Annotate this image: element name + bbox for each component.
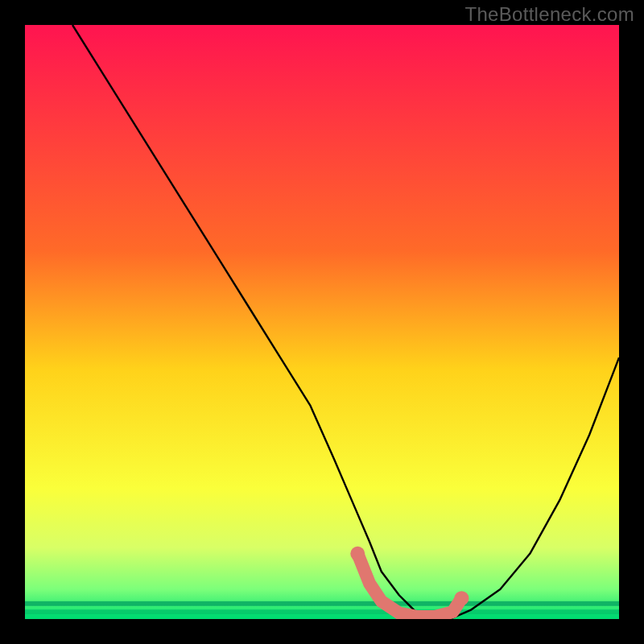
- chart-frame: TheBottleneck.com: [0, 0, 644, 644]
- plot-area: [25, 25, 619, 619]
- gradient-background: [25, 25, 619, 619]
- plot-svg: [25, 25, 619, 619]
- bottom-stripe-2: [25, 614, 619, 619]
- bottom-stripe-1: [25, 609, 619, 614]
- bottom-stripe-0: [25, 601, 619, 606]
- pink-cap-1: [454, 591, 469, 605]
- pink-cap-0: [350, 547, 365, 561]
- watermark-label: TheBottleneck.com: [464, 3, 634, 26]
